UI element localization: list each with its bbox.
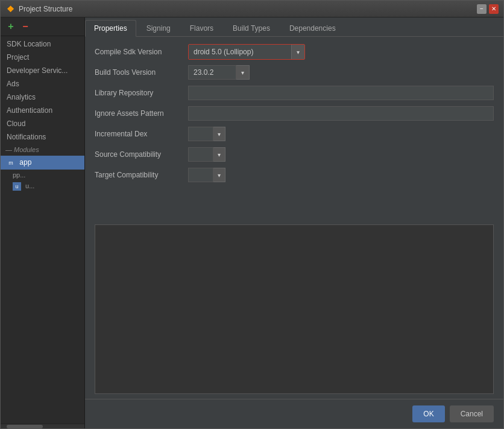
main-content: + − SDK Location Project Developer Servi… xyxy=(1,17,503,428)
incremental-dex-control xyxy=(188,127,494,141)
sidebar-item-developer-services[interactable]: Developer Servic... xyxy=(1,64,84,77)
sidebar-item-analytics[interactable]: Analytics xyxy=(1,91,84,104)
tab-signing[interactable]: Signing xyxy=(137,20,180,36)
chevron-down-icon xyxy=(241,69,244,76)
compile-sdk-input[interactable] xyxy=(189,45,291,59)
source-compat-combo xyxy=(188,147,225,162)
sidebar-item-project[interactable]: Project xyxy=(1,51,84,64)
library-repo-control xyxy=(188,86,494,100)
tab-build-types[interactable]: Build Types xyxy=(224,20,279,36)
close-button[interactable]: ✕ xyxy=(489,4,499,14)
window-title: Project Structure xyxy=(19,5,477,13)
ignore-assets-label: Ignore Assets Pattern xyxy=(95,109,188,118)
ignore-assets-row: Ignore Assets Pattern xyxy=(95,106,494,121)
incremental-dex-input[interactable] xyxy=(188,127,213,141)
sidebar: + − SDK Location Project Developer Servi… xyxy=(1,17,85,428)
chevron-down-icon xyxy=(297,49,300,56)
sidebar-item-cloud[interactable]: Cloud xyxy=(1,117,84,130)
sidebar-item-app-module[interactable]: m app xyxy=(1,156,84,170)
sidebar-toolbar: + − xyxy=(1,17,84,36)
minimize-button[interactable]: − xyxy=(477,4,487,14)
build-tools-dropdown-button[interactable] xyxy=(236,65,250,80)
tab-properties[interactable]: Properties xyxy=(85,20,136,37)
project-structure-window: ❖ Project Structure − ✕ + − SDK Location… xyxy=(0,0,504,429)
incremental-dex-row: Incremental Dex xyxy=(95,126,494,142)
form-area: Compile Sdk Version Build Tools Version xyxy=(85,37,503,220)
modules-section-header: — Modules xyxy=(1,144,84,156)
sidebar-scrollbar-thumb xyxy=(7,425,43,428)
target-compat-row: Target Compatibility xyxy=(95,167,494,183)
incremental-dex-label: Incremental Dex xyxy=(95,130,188,138)
source-compat-label: Source Compatibility xyxy=(95,150,188,159)
build-tools-input[interactable] xyxy=(188,65,236,80)
incremental-dex-dropdown-button[interactable] xyxy=(213,127,225,141)
source-compat-control xyxy=(188,147,494,162)
chevron-down-icon xyxy=(218,131,221,138)
sidebar-item-sdk-location[interactable]: SDK Location xyxy=(1,37,84,51)
build-tools-group xyxy=(188,65,250,80)
ignore-assets-control xyxy=(188,106,494,121)
cancel-button[interactable]: Cancel xyxy=(450,405,494,422)
source-compat-dropdown-button[interactable] xyxy=(213,147,225,162)
title-bar: ❖ Project Structure − ✕ xyxy=(1,1,503,17)
empty-content-area xyxy=(95,224,494,394)
title-bar-controls: − ✕ xyxy=(477,4,499,14)
target-compat-input[interactable] xyxy=(188,168,213,182)
ok-button[interactable]: OK xyxy=(412,405,444,422)
tabs-bar: Properties Signing Flavors Build Types D… xyxy=(85,17,503,37)
footer: OK Cancel xyxy=(85,399,503,428)
window-icon: ❖ xyxy=(5,4,15,14)
compile-sdk-group xyxy=(188,44,305,60)
sidebar-item-pp-module[interactable]: pp... xyxy=(1,170,84,180)
build-tools-row: Build Tools Version xyxy=(95,65,494,80)
source-compat-row: Source Compatibility xyxy=(95,147,494,162)
library-repo-input[interactable] xyxy=(188,86,494,100)
add-module-button[interactable]: + xyxy=(5,21,16,32)
u-module-icon: u xyxy=(13,182,21,191)
compile-sdk-row: Compile Sdk Version xyxy=(95,44,494,60)
sidebar-items-list: SDK Location Project Developer Servic...… xyxy=(1,36,84,424)
right-panel: Properties Signing Flavors Build Types D… xyxy=(85,17,503,428)
build-tools-label: Build Tools Version xyxy=(95,68,188,77)
sidebar-item-authentication[interactable]: Authentication xyxy=(1,104,84,117)
incremental-dex-combo xyxy=(188,127,225,141)
target-compat-combo xyxy=(188,168,225,182)
target-compat-control xyxy=(188,168,494,182)
sidebar-item-ads[interactable]: Ads xyxy=(1,77,84,91)
ignore-assets-input[interactable] xyxy=(188,106,494,121)
tab-dependencies[interactable]: Dependencies xyxy=(280,20,345,36)
compile-sdk-control xyxy=(188,44,494,60)
target-compat-dropdown-button[interactable] xyxy=(213,168,225,182)
compile-sdk-label: Compile Sdk Version xyxy=(95,48,188,56)
sidebar-scrollbar[interactable] xyxy=(1,424,84,428)
library-repo-row: Library Repository xyxy=(95,85,494,101)
chevron-down-icon xyxy=(218,151,221,158)
sidebar-item-notifications[interactable]: Notifications xyxy=(1,130,84,144)
tab-flavors[interactable]: Flavors xyxy=(181,20,222,36)
source-compat-input[interactable] xyxy=(188,147,213,162)
library-repo-label: Library Repository xyxy=(95,89,188,97)
chevron-down-icon xyxy=(218,172,221,179)
compile-sdk-dropdown-button[interactable] xyxy=(291,45,304,59)
remove-module-button[interactable]: − xyxy=(20,21,31,32)
module-icon: m xyxy=(7,159,15,167)
build-tools-control xyxy=(188,65,494,80)
sidebar-item-u-module[interactable]: u u... xyxy=(1,180,84,192)
target-compat-label: Target Compatibility xyxy=(95,171,188,179)
